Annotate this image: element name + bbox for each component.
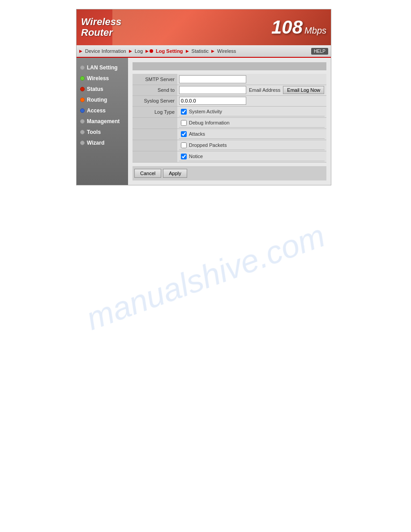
send-to-value-cell: Email Address Email Log Now [177,85,326,95]
checkbox-dropped-input[interactable] [181,142,187,148]
speed-number: 108 [271,17,303,38]
sidebar-label-management: Management [87,118,120,124]
checkbox-attacks-input[interactable] [181,131,187,137]
send-to-input[interactable] [179,86,246,94]
syslog-server-input[interactable] [179,97,246,105]
sidebar-item-routing[interactable]: Routing [77,94,128,105]
checkbox-attacks-label: Attacks [189,131,205,137]
log-type-label: Log Type [133,106,177,117]
apply-button[interactable]: Apply [163,169,187,178]
notice-label-empty [133,151,177,162]
checkbox-notice-input[interactable] [181,154,187,159]
email-log-now-button[interactable]: Email Log Now [283,86,324,94]
sidebar-item-status[interactable]: Status [77,84,128,94]
checkbox-dropped-label: Dropped Packets [189,142,227,148]
sidebar-label-lan: LAN Setting [87,64,118,71]
content-area: SMTP Server Send to Email Addre [128,58,331,185]
form-table: SMTP Server Send to Email Addre [133,74,326,163]
checkbox-debug-input[interactable] [181,120,187,126]
sidebar-label-status: Status [87,86,103,92]
header: Wireless Router 108 Mbps [77,9,331,45]
main-layout: LAN Setting Wireless Status Routing Acce… [77,58,331,185]
sidebar-label-access: Access [87,107,106,114]
action-bar: Cancel Apply [133,166,326,180]
nav-bar: ▶ Device Information ▶ Log ▶ Log Setting… [77,45,331,58]
nav-arrow-5: ▶ [211,49,214,53]
checkbox-notice-label: Notice [189,154,203,159]
smtp-value-cell [177,74,326,85]
smtp-server-input[interactable] [179,75,246,83]
sidebar-item-management[interactable]: Management [77,116,128,127]
help-button[interactable]: HELP [311,48,328,55]
speed-unit: Mbps [304,26,326,36]
checkbox-notice: Notice [179,152,325,161]
notice-row: Notice [133,151,326,162]
sidebar-dot-lan [80,65,85,70]
nav-device-info[interactable]: Device Information [83,47,128,55]
dropped-row: Dropped Packets [133,140,326,151]
sidebar-label-tools: Tools [87,129,101,135]
sidebar-label-wireless: Wireless [87,75,109,82]
nav-statistic[interactable]: Statistic [190,47,211,55]
sidebar-item-wizard[interactable]: Wizard [77,137,128,148]
checkbox-system-activity-label: System Activity [189,109,222,114]
sidebar-item-access[interactable]: Access [77,105,128,116]
checkbox-debug-label: Debug Information [189,120,230,125]
checkbox-system-activity: System Activity [179,107,325,116]
sidebar-label-wizard: Wizard [87,140,104,146]
checkbox-debug: Debug Information [179,119,325,128]
log-type-row: Log Type System Activity [133,106,326,117]
smtp-row: SMTP Server [133,74,326,85]
sidebar-dot-access [80,108,85,113]
nav-wireless[interactable]: Wireless [215,47,238,55]
send-to-row: Send to Email Address Email Log Now [133,85,326,95]
sidebar: LAN Setting Wireless Status Routing Acce… [77,58,128,185]
nav-log-setting[interactable]: Log Setting [154,47,185,55]
sidebar-item-lan-setting[interactable]: LAN Setting [77,62,128,73]
email-address-label: Email Address [249,87,280,93]
speed-display: 108 Mbps [271,17,326,38]
nav-arrow-3: ▶ [146,49,149,53]
sidebar-label-routing: Routing [87,97,107,103]
attacks-value-cell: Attacks [177,129,326,140]
syslog-row: Syslog Server [133,95,326,106]
nav-arrow-4: ▶ [186,49,189,53]
nav-arrow-1: ▶ [79,49,82,53]
content-title-bar [133,62,326,70]
smtp-label: SMTP Server [133,74,177,85]
log-type-value-cell: System Activity [177,106,326,117]
sidebar-dot-wireless [80,76,85,81]
sidebar-dot-routing [80,98,85,102]
debug-value-cell: Debug Information [177,117,326,129]
nav-log[interactable]: Log [133,47,145,55]
sidebar-item-tools[interactable]: Tools [77,127,128,137]
attacks-label-empty [133,129,177,140]
sidebar-dot-tools [80,130,85,134]
dropped-label-empty [133,140,177,151]
logo: Wireless Router [81,17,121,38]
nav-active-dot [150,49,153,53]
notice-value-cell: Notice [177,151,326,162]
send-to-label: Send to [133,85,177,95]
logo-line1: Wireless [81,17,121,27]
router-ui: Wireless Router 108 Mbps ▶ Device Inform… [76,9,331,185]
logo-line2: Router [81,27,121,38]
debug-row: Debug Information [133,117,326,129]
sidebar-dot-management [80,119,85,124]
syslog-label: Syslog Server [133,95,177,106]
cancel-button[interactable]: Cancel [134,169,161,178]
sidebar-item-wireless[interactable]: Wireless [77,73,128,84]
email-row: Email Address Email Log Now [179,86,325,94]
dropped-value-cell: Dropped Packets [177,140,326,151]
checkbox-system-activity-input[interactable] [181,109,187,115]
debug-label-empty [133,117,177,129]
sidebar-dot-wizard [80,141,85,145]
sidebar-dot-status [80,87,85,91]
attacks-row: Attacks [133,129,326,140]
nav-arrow-2: ▶ [129,49,132,53]
checkbox-attacks: Attacks [179,130,325,139]
checkbox-dropped: Dropped Packets [179,141,325,150]
watermark: manualshive.com [81,217,330,337]
syslog-value-cell [177,95,326,106]
